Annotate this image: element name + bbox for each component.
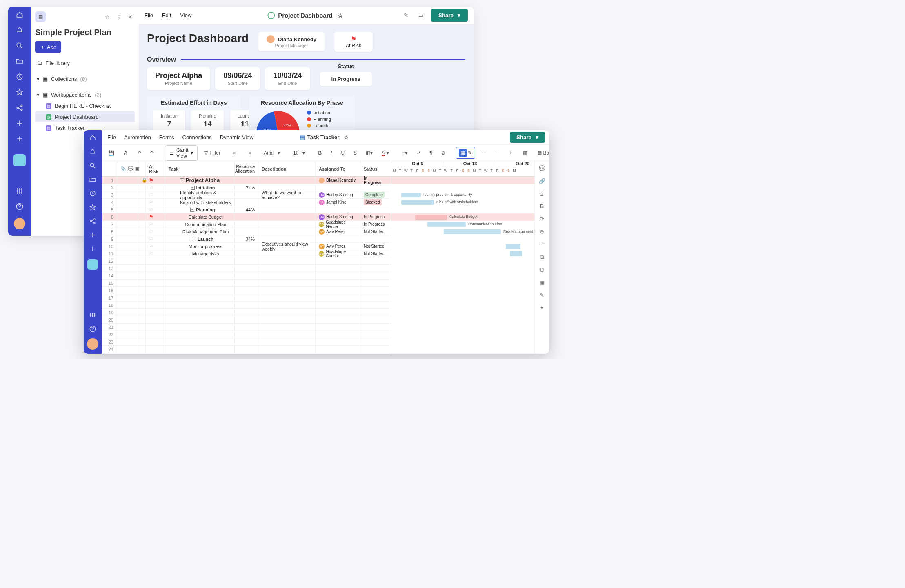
fill-color-icon[interactable]: ◧▾ [363, 149, 375, 158]
baselines-button[interactable]: ▤ Baselines [535, 149, 549, 158]
star-icon[interactable] [16, 88, 24, 96]
table-row[interactable]: 17 [102, 294, 391, 302]
favorite-icon[interactable]: ☆ [342, 133, 351, 142]
workspace-badge[interactable]: ▦ [35, 11, 46, 22]
gantt-bar[interactable] [401, 193, 421, 197]
menu-file[interactable]: File [107, 134, 116, 140]
print-icon[interactable]: 🖨 [121, 149, 131, 158]
sparkle-icon[interactable] [89, 231, 96, 239]
bell-icon[interactable] [89, 148, 96, 155]
help-icon[interactable] [16, 202, 24, 211]
collapse-toggle[interactable]: − [191, 186, 195, 190]
menu-forms[interactable]: Forms [159, 134, 174, 140]
user-avatar[interactable] [87, 338, 98, 350]
gantt-row[interactable]: Identify problem & opportunity [391, 191, 549, 199]
search-icon[interactable] [16, 42, 24, 50]
attachment-icon[interactable]: 📎 [120, 166, 126, 171]
table-row[interactable]: 13 [102, 265, 391, 272]
underline-icon[interactable]: U [338, 149, 347, 158]
view-selector[interactable]: ☰Gantt View▾ [165, 145, 198, 161]
table-row[interactable]: 12 [102, 257, 391, 265]
workspace-chip[interactable] [87, 259, 98, 270]
gantt-bar[interactable] [427, 222, 466, 227]
print-icon[interactable]: 🖨 [539, 191, 545, 197]
gantt-bar[interactable] [401, 200, 434, 205]
present-icon[interactable]: ▭ [416, 11, 425, 20]
redo-icon[interactable]: ↷ [148, 149, 157, 158]
help-icon[interactable] [89, 325, 96, 333]
strike-icon[interactable]: S [351, 149, 359, 158]
gantt-row[interactable]: Calculate Budget [391, 213, 549, 221]
zoom-out-icon[interactable]: − [493, 149, 501, 158]
workspace-items-toggle[interactable]: ▾ ▣ Workspace items (3) [35, 89, 135, 100]
gantt-row[interactable] [391, 324, 549, 331]
more-icon[interactable]: ⋯ [479, 149, 489, 158]
table-row[interactable]: 21 [102, 324, 391, 331]
gantt-bar[interactable] [506, 244, 520, 249]
menu-view[interactable]: View [180, 12, 191, 18]
table-row[interactable]: 5⚐−Planning44% [102, 206, 391, 213]
home-icon[interactable] [89, 134, 96, 142]
bold-panel-icon[interactable]: B [540, 203, 544, 209]
gantt-row[interactable]: Risk Management Plan [391, 228, 549, 235]
sidebar-item-checklist[interactable]: ▤Begin HERE - Checklist [35, 100, 135, 111]
add-button[interactable]: ＋Add [35, 41, 61, 53]
menu-dynamic-view[interactable]: Dynamic View [220, 134, 253, 140]
view-toggle[interactable]: ▦✎ [456, 147, 475, 159]
table-row[interactable]: 23 [102, 338, 391, 346]
save-icon[interactable]: 💾 [106, 149, 117, 158]
add-row-icon[interactable]: ⊕ [540, 229, 544, 235]
refresh-icon[interactable]: ⟳ [540, 216, 544, 222]
copy-icon[interactable]: ⧉ [540, 254, 544, 260]
menu-edit[interactable]: Edit [162, 12, 171, 18]
menu-file[interactable]: File [145, 12, 153, 18]
gantt-row[interactable] [391, 250, 549, 257]
add-icon[interactable] [89, 245, 96, 253]
gantt-row[interactable] [391, 309, 549, 316]
table-row[interactable]: 15 [102, 280, 391, 287]
gantt-row[interactable]: Communication Plan [391, 221, 549, 228]
folder-icon[interactable] [89, 176, 96, 183]
share-button[interactable]: Share▾ [431, 9, 468, 22]
apps-icon[interactable] [89, 312, 96, 320]
home-icon[interactable] [16, 11, 24, 19]
activity-icon[interactable]: 〰 [539, 241, 545, 247]
collections-toggle[interactable]: ▾ ▣ Collections (0) [35, 73, 135, 84]
lock-icon[interactable]: ⊘ [439, 149, 448, 158]
edit-icon[interactable]: ✎ [402, 11, 411, 20]
gantt-row[interactable] [391, 177, 549, 184]
more-icon[interactable]: ⋮ [114, 12, 123, 21]
bold-icon[interactable]: B [316, 149, 324, 158]
table-row[interactable]: 9⚐−Launch34% [102, 235, 391, 243]
close-icon[interactable]: ✕ [126, 12, 135, 21]
table-row[interactable]: 3⚐Identify problem & opportunityWhat do … [102, 191, 391, 199]
table-row[interactable]: 2⚐−Initiation22% [102, 184, 391, 191]
gantt-bar[interactable] [415, 215, 447, 220]
table-row[interactable]: 8⚐Risk Management PlanAPAviv PerezNot St… [102, 228, 391, 235]
table-row[interactable]: 7⚐Communication PlanGGGuadalupe GarciaIn… [102, 221, 391, 228]
size-selector[interactable]: 10▾ [291, 149, 307, 158]
table-row[interactable]: 20 [102, 316, 391, 324]
search-icon[interactable] [89, 162, 96, 169]
gantt-row[interactable] [391, 257, 549, 265]
sidebar-item-dashboard[interactable]: ◷Project Dashboard [35, 111, 135, 122]
gantt-row[interactable] [391, 280, 549, 287]
clock-icon[interactable] [16, 73, 24, 81]
table-row[interactable]: 4⚐Kick-off with stakeholdersJKJamal King… [102, 199, 391, 206]
comment-icon[interactable]: 💬 [128, 166, 133, 171]
filter-button[interactable]: ▽Filter [202, 149, 223, 158]
share-button[interactable]: Share▾ [510, 132, 545, 143]
table-row[interactable]: 19 [102, 309, 391, 316]
gantt-row[interactable] [391, 316, 549, 324]
gantt-row[interactable] [391, 184, 549, 191]
table-row[interactable]: 11⚐Manage risksGGGuadalupe GarciaNot Sta… [102, 250, 391, 257]
table-row[interactable]: 18 [102, 302, 391, 309]
gantt-row[interactable] [391, 338, 549, 346]
gantt-row[interactable] [391, 272, 549, 280]
gantt-row[interactable] [391, 235, 549, 243]
clock-icon[interactable] [89, 190, 96, 197]
text-color-icon[interactable]: A▾ [379, 148, 391, 158]
collapse-toggle[interactable]: − [180, 178, 184, 182]
gantt-row[interactable] [391, 243, 549, 250]
zoom-in-icon[interactable]: ＋ [506, 148, 516, 158]
